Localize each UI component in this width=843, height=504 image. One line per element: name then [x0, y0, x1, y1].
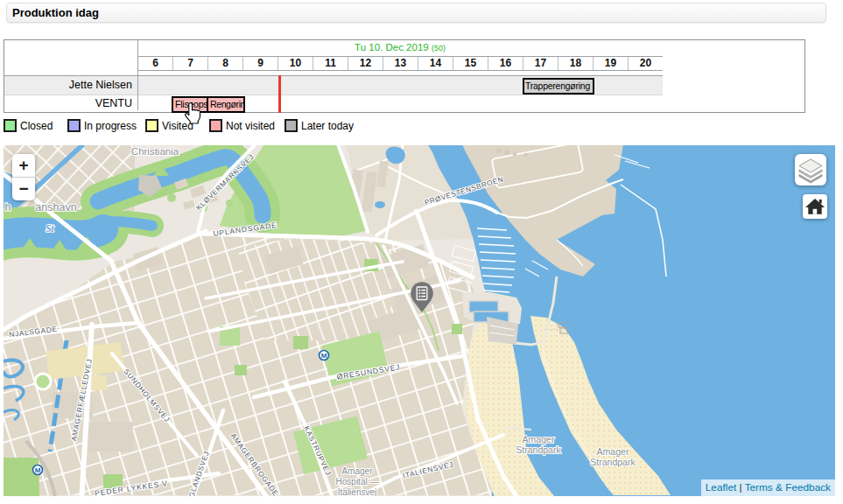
- svg-text:Strandpark: Strandpark: [516, 444, 561, 455]
- svg-text:St: St: [46, 222, 54, 234]
- svg-text:Christiania: Christiania: [131, 146, 179, 157]
- svg-text:Strandpark: Strandpark: [590, 457, 636, 467]
- svg-text:M: M: [35, 466, 41, 474]
- svg-text:Amager: Amager: [341, 466, 373, 476]
- svg-text:Amager: Amager: [597, 446, 629, 457]
- svg-text:h: h: [5, 201, 11, 214]
- svg-text:anshavn: anshavn: [35, 201, 76, 214]
- svg-text:Hospital —: Hospital —: [336, 477, 379, 486]
- svg-text:Amager: Amager: [523, 434, 555, 444]
- svg-text:M: M: [321, 352, 327, 360]
- svg-text:Italiensvej: Italiensvej: [338, 487, 376, 496]
